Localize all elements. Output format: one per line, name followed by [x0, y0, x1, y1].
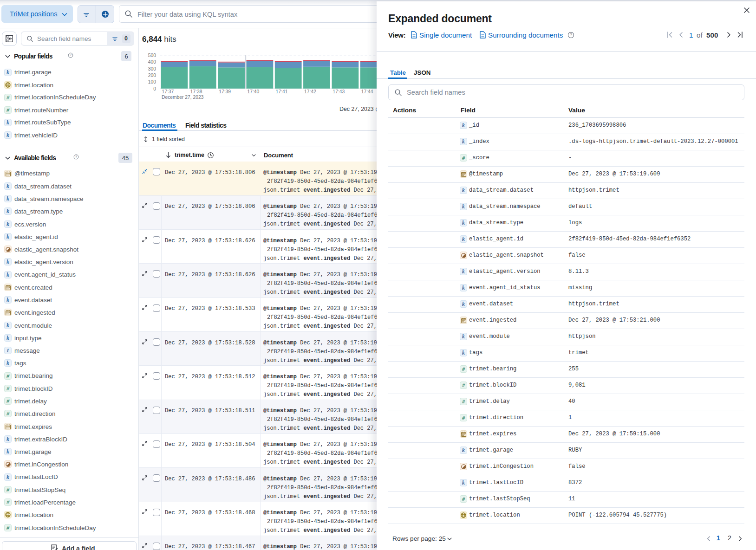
- svg-text:17:42: 17:42: [304, 89, 316, 94]
- svg-text:17:44: 17:44: [361, 89, 373, 94]
- svg-text:?: ?: [570, 32, 572, 37]
- svg-text:December 27, 2023: December 27, 2023: [162, 95, 204, 100]
- svg-text:?: ?: [75, 155, 77, 158]
- svg-text:17:40: 17:40: [248, 89, 260, 94]
- svg-text:17:38: 17:38: [190, 89, 202, 94]
- svg-text:500: 500: [148, 53, 156, 58]
- svg-text:?: ?: [70, 53, 72, 57]
- svg-text:17:37: 17:37: [162, 89, 174, 94]
- svg-text:17:41: 17:41: [276, 89, 288, 94]
- svg-text:17:39: 17:39: [219, 89, 231, 94]
- svg-text:100: 100: [148, 79, 156, 84]
- svg-text:17:43: 17:43: [333, 89, 345, 94]
- svg-text:0: 0: [153, 86, 156, 91]
- svg-text:400: 400: [148, 59, 156, 65]
- svg-text:200: 200: [148, 73, 156, 78]
- svg-text:300: 300: [148, 66, 156, 71]
